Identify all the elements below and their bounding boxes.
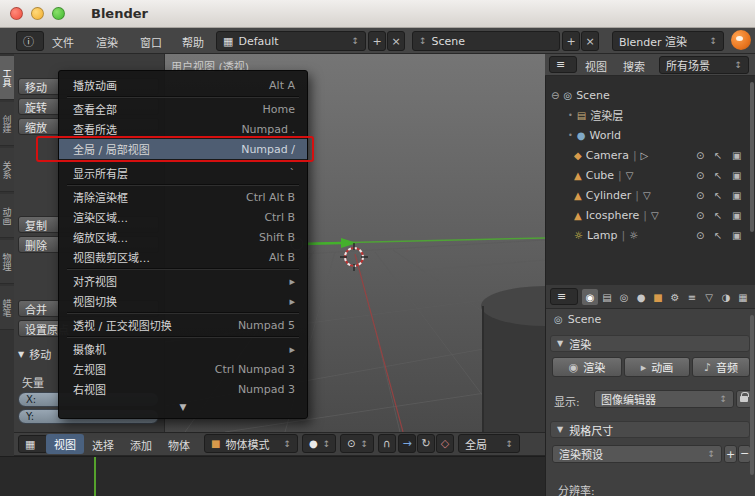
add-preset-button[interactable]: + — [724, 445, 737, 463]
3d-cursor[interactable] — [340, 243, 368, 271]
outliner-row-cube[interactable]: ▲ Cube | ▽ ⊙ ↖ ▣ — [546, 166, 755, 184]
outliner-label[interactable]: Camera — [586, 149, 629, 162]
outliner-row-renderlayers[interactable]: • ▤ 渲染层 — [546, 106, 755, 124]
menu-render[interactable]: 渲染 — [96, 34, 118, 50]
viewport-shading-selector[interactable]: ● ↕ — [302, 434, 336, 453]
outliner-row-icosphere[interactable]: ▲ Icosphere | ▽ ⊙ ↖ ▣ — [546, 206, 755, 224]
tab-relations[interactable]: 关系 — [0, 148, 14, 192]
editor-type-selector[interactable]: ⓘ — [16, 31, 44, 51]
tab-constraints[interactable]: ⚙ — [667, 289, 683, 305]
outliner-label[interactable]: Cube — [586, 169, 614, 182]
transform-orientation-selector[interactable]: 全局 ↕ — [458, 434, 520, 453]
window-close-button[interactable] — [10, 7, 23, 20]
tab-grease-pencil[interactable]: 蜡笔 — [0, 286, 14, 330]
select-menu-button[interactable]: 选择 — [92, 437, 114, 453]
tab-animation[interactable]: 动画 — [0, 194, 14, 238]
menu-scroll-more-icon[interactable]: ▼ — [59, 399, 307, 414]
window-maximize-button[interactable] — [52, 7, 65, 20]
outliner-row-camera[interactable]: ◆ Camera | ▷ ⊙ ↖ ▣ — [546, 146, 755, 164]
menu-item-view-all[interactable]: 查看全部 Home — [59, 99, 307, 119]
view-menu-button[interactable]: 视图 — [46, 434, 84, 454]
tab-texture[interactable]: ▦ — [735, 289, 751, 305]
add-scene-button[interactable]: + — [562, 31, 580, 51]
outliner-row-lamp[interactable]: ☼ Lamp | ☼ ⊙ ↖ ▣ — [546, 226, 755, 244]
render-restrict-icon[interactable]: ▣ — [732, 150, 741, 161]
view3d-editor-selector[interactable]: ▦ — [18, 435, 48, 453]
render-presets-dropdown[interactable]: 渲染预设 ↕ — [552, 445, 722, 463]
outliner-label[interactable]: Lamp — [587, 229, 618, 242]
snap-toggle-button[interactable]: ∩ — [378, 434, 396, 453]
tab-material[interactable]: ◑ — [718, 289, 734, 305]
properties-editor-selector[interactable]: ≡ — [550, 288, 578, 305]
selectability-icon[interactable]: ↖ — [714, 170, 722, 181]
visibility-eye-icon[interactable]: ⊙ — [696, 210, 704, 221]
cylinder-object[interactable] — [481, 286, 545, 432]
render-restrict-icon[interactable]: ▣ — [732, 230, 741, 241]
selectability-icon[interactable]: ↖ — [714, 230, 722, 241]
visibility-eye-icon[interactable]: ⊙ — [696, 190, 704, 201]
outliner-label[interactable]: 渲染层 — [590, 107, 623, 123]
animation-button[interactable]: ▸ 动画 — [624, 357, 690, 377]
audio-button[interactable]: ♪ 音频 — [692, 357, 750, 377]
tab-world[interactable]: ● — [633, 289, 649, 305]
screen-layout-selector[interactable]: ▦ Default ↕ — [216, 31, 366, 51]
tab-render-layers[interactable]: ▤ — [599, 289, 615, 305]
outliner-search-menu[interactable]: 搜索 — [623, 58, 645, 74]
tab-tools[interactable]: 工具 — [0, 56, 14, 100]
object-menu-button[interactable]: 物体 — [168, 437, 190, 453]
remove-scene-button[interactable]: × — [581, 31, 599, 51]
menu-item-play-animation[interactable]: 播放动画 Alt A — [59, 75, 307, 95]
display-mode-dropdown[interactable]: 图像编辑器 ↕ — [594, 390, 734, 408]
tab-physics[interactable]: 物理 — [0, 240, 14, 284]
menu-item-render-border[interactable]: 渲染区域… Ctrl B — [59, 207, 307, 227]
add-layout-button[interactable]: + — [368, 31, 386, 51]
outliner-row-cylinder[interactable]: ▲ Cylinder | ▽ ⊙ ↖ ▣ — [546, 186, 755, 204]
menu-file[interactable]: 文件 — [52, 34, 74, 50]
outliner-row-world[interactable]: • ● World — [546, 126, 755, 144]
menu-window[interactable]: 窗口 — [140, 34, 162, 50]
dimensions-panel-header[interactable]: ▼ 规格尺寸 — [550, 421, 750, 438]
render-engine-selector[interactable]: Blender 渲染 ↕ — [612, 31, 724, 51]
render-restrict-icon[interactable]: ▣ — [732, 210, 741, 221]
menu-item-clipping-border[interactable]: 视图裁剪区域… Alt B — [59, 247, 307, 267]
add-menu-button[interactable]: 添加 — [130, 437, 152, 453]
menu-item-camera[interactable]: 摄像机 ▸ — [59, 339, 307, 359]
manipulator-scale-button[interactable]: ◇ — [436, 434, 454, 453]
remove-layout-button[interactable]: × — [387, 31, 405, 51]
render-panel-header[interactable]: ▼ 渲染 — [550, 335, 750, 352]
selectability-icon[interactable]: ↖ — [714, 150, 722, 161]
outliner-editor-selector[interactable]: ≡ — [549, 56, 577, 73]
menu-help[interactable]: 帮助 — [182, 34, 204, 50]
outliner-row-scene[interactable]: ⊖ ◎ Scene — [546, 86, 755, 104]
pivot-point-selector[interactable]: ⊙ ↕ — [340, 434, 374, 453]
outliner-view-menu[interactable]: 视图 — [585, 58, 607, 74]
outliner-label[interactable]: Scene — [576, 89, 610, 102]
mode-selector[interactable]: ■ 物体模式 ↕ — [204, 434, 298, 453]
menu-item-clear-render-border[interactable]: 清除渲染框 Ctrl Alt B — [59, 187, 307, 207]
menu-item-navigation[interactable]: 视图切换 ▸ — [59, 291, 307, 311]
menu-item-show-all-layers[interactable]: 显示所有层 ` — [59, 163, 307, 183]
outliner-scope-selector[interactable]: 所有场景 ↕ — [659, 56, 749, 74]
selectability-icon[interactable]: ↖ — [714, 210, 722, 221]
current-frame-indicator[interactable] — [94, 457, 96, 496]
window-minimize-button[interactable] — [31, 7, 44, 20]
timeline-strip[interactable] — [0, 456, 545, 496]
render-restrict-icon[interactable]: ▣ — [732, 170, 741, 181]
menu-item-left-view[interactable]: 左视图 Ctrl Numpad 3 — [59, 359, 307, 379]
manipulator-translate-button[interactable]: → — [398, 434, 416, 453]
scene-selector[interactable]: ↕ Scene — [412, 31, 560, 51]
visibility-eye-icon[interactable]: ⊙ — [696, 170, 704, 181]
outliner-label[interactable]: Icosphere — [586, 209, 640, 222]
render-button[interactable]: ◉ 渲染 — [552, 357, 622, 377]
menu-item-right-view[interactable]: 右视图 Numpad 3 — [59, 379, 307, 399]
outliner-label[interactable]: World — [589, 129, 621, 142]
visibility-eye-icon[interactable]: ⊙ — [696, 150, 704, 161]
operator-panel-header[interactable]: ▼ 移动 — [18, 346, 51, 362]
outliner-scrollbar[interactable] — [750, 82, 754, 232]
tab-object-data[interactable]: ▽ — [701, 289, 717, 305]
selectability-icon[interactable]: ↖ — [714, 190, 722, 201]
tab-render[interactable]: ◉ — [582, 289, 598, 305]
visibility-eye-icon[interactable]: ⊙ — [696, 230, 704, 241]
properties-scrollbar[interactable] — [750, 315, 754, 475]
render-restrict-icon[interactable]: ▣ — [732, 190, 741, 201]
